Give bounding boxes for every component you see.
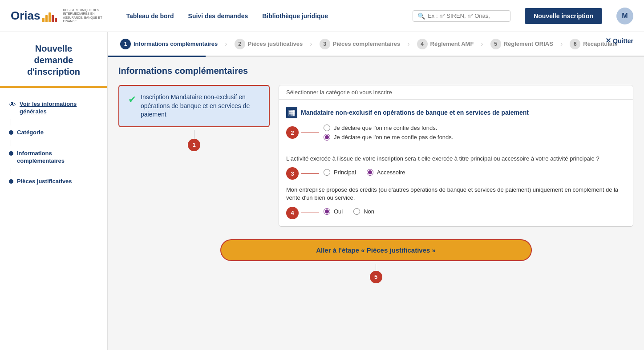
q2-text: L'activité exercée à l'issue de votre in…	[286, 155, 626, 163]
q3-radio-non[interactable]	[353, 208, 360, 215]
q3-label-non: Non	[364, 208, 374, 215]
new-inscription-button[interactable]: Nouvelle inscription	[525, 8, 602, 24]
q2-option-2[interactable]: Accessoire	[367, 169, 405, 176]
category-title-text: Mandataire non-exclusif en opérations de…	[301, 109, 529, 116]
q3-label-oui: Oui	[334, 208, 343, 215]
category-content: ▦ Mandataire non-exclusif en opérations …	[279, 100, 633, 226]
nav-suivi-des-demandes[interactable]: Suivi des demandes	[188, 12, 248, 20]
q1-radio-group: Je déclare que l'on me confie des fonds.…	[324, 125, 453, 143]
inscription-box-text: Inscription Mandataire non-exclusif en o…	[141, 93, 260, 119]
sidebar-dot-info	[9, 151, 13, 156]
annotation-3-wrap: 3	[286, 167, 319, 180]
search-bar[interactable]: 🔍	[413, 10, 510, 22]
sidebar-connector-1	[11, 119, 11, 125]
sidebar-title: Nouvelledemanded'inscription	[0, 43, 107, 86]
nav-bibliotheque-juridique[interactable]: Bibliothèque juridique	[262, 12, 328, 20]
step-4[interactable]: 4 Règlement AMF	[412, 39, 479, 49]
inscription-box: ✔ Inscription Mandataire non-exclusif en…	[118, 85, 270, 127]
step-3-label: Pièces complementaires	[333, 40, 401, 47]
sidebar-item-categorie[interactable]: Catégorie	[0, 125, 107, 140]
step-6-num: 6	[570, 39, 580, 49]
q2-radio-1[interactable]	[324, 169, 330, 176]
step-3-num: 3	[320, 39, 330, 49]
q2-label-1: Principal	[334, 169, 356, 176]
step-1[interactable]: 1 Informations complémentaires	[115, 39, 223, 49]
q3-text: Mon entreprise propose des crédits (ou d…	[286, 186, 626, 202]
sidebar: Nouvelledemanded'inscription 👁 Voir les …	[0, 32, 108, 350]
content-inner: Informations complémentaires ✔ Inscripti…	[108, 57, 644, 350]
category-title-row: ▦ Mandataire non-exclusif en opérations …	[286, 107, 626, 118]
logo: Orias REGISTRE UNIQUE DES INTERMÉDIAIRES…	[11, 8, 112, 24]
sidebar-dot-categorie	[9, 130, 13, 135]
search-input[interactable]	[428, 12, 506, 19]
check-icon: ✔	[128, 94, 136, 105]
step-sep-2: ›	[308, 40, 314, 48]
quit-label: Quitter	[613, 37, 633, 44]
category-panel-header: Sélectionner la catégorie où vous inscri…	[279, 85, 633, 100]
step-3[interactable]: 3 Pièces complementaires	[314, 39, 406, 49]
sidebar-item-informations-complementaires[interactable]: Informations complémentaires	[0, 146, 107, 169]
step-2-label: Pièces justificatives	[248, 40, 303, 47]
next-step-button[interactable]: Aller à l'étape « Pièces justificatives …	[220, 239, 532, 261]
q3-radio-oui[interactable]	[324, 208, 330, 215]
logo-subtitle: REGISTRE UNIQUE DES INTERMÉDIAIRES EN AS…	[63, 8, 112, 24]
form-columns: ✔ Inscription Mandataire non-exclusif en…	[118, 85, 633, 227]
annot-line-1	[194, 130, 194, 139]
step-1-num: 1	[120, 39, 131, 49]
sidebar-connector-2	[11, 140, 11, 146]
q2-radio-group: Principal Accessoire	[324, 169, 405, 178]
sidebar-pieces-label: Pièces justificatives	[17, 178, 72, 185]
nav-tableau-de-bord[interactable]: Tableau de bord	[126, 12, 174, 20]
step-1-label: Informations complémentaires	[134, 40, 218, 47]
q3-option-oui[interactable]: Oui	[324, 208, 343, 215]
content-area: 1 Informations complémentaires › 2 Pièce…	[108, 32, 644, 350]
q2-option-1[interactable]: Principal	[324, 169, 356, 176]
annotation-line-2	[301, 133, 319, 133]
steps-bar: 1 Informations complémentaires › 2 Pièce…	[108, 32, 644, 57]
logo-text: Orias	[11, 9, 41, 23]
step-sep-5: ›	[559, 40, 564, 48]
step-5-label: Règlement ORIAS	[504, 40, 553, 47]
search-icon: 🔍	[417, 12, 425, 20]
q1-section: 2 Je déclare que l'on me confie des fond…	[286, 125, 626, 149]
q1-option-1[interactable]: Je déclare que l'on me confie des fonds.	[324, 125, 453, 131]
sidebar-item-pieces-justificatives[interactable]: Pièces justificatives	[0, 174, 107, 189]
main-layout: Nouvelledemanded'inscription 👁 Voir les …	[0, 32, 644, 350]
annotation-line-4	[301, 213, 319, 213]
main-nav: Tableau de bord Suivi des demandes Bibli…	[126, 12, 399, 20]
sidebar-connector-3	[11, 168, 11, 174]
step-4-num: 4	[417, 39, 428, 49]
q1-radio-1[interactable]	[324, 125, 330, 131]
annotation-2-wrap: 2	[286, 126, 319, 139]
q2-radio-wrap: 3 Principal	[286, 167, 626, 180]
next-btn-container: Aller à l'étape « Pièces justificatives …	[118, 239, 633, 283]
annotation-5: 5	[370, 271, 382, 283]
annotation-4: 4	[286, 207, 299, 219]
annotation-4-wrap: 4	[286, 207, 319, 219]
annotation-1: 1	[188, 139, 200, 151]
sidebar-voir-label: Voir les informations générales	[20, 101, 98, 116]
sidebar-categorie-label: Catégorie	[17, 129, 44, 137]
logo-bars-icon	[42, 10, 57, 22]
step-sep-1: ›	[223, 40, 229, 48]
annotation-3: 3	[286, 167, 299, 180]
section-title: Informations complémentaires	[118, 66, 633, 76]
q1-radio-2[interactable]	[324, 134, 330, 141]
step-4-label: Règlement AMF	[430, 40, 474, 47]
step-5[interactable]: 5 Règlement ORIAS	[485, 39, 559, 49]
q2-radio-2[interactable]	[367, 169, 373, 176]
sidebar-dot-pieces	[9, 179, 13, 184]
annotation-2: 2	[286, 126, 299, 139]
step-2[interactable]: 2 Pièces justificatives	[229, 39, 308, 49]
sidebar-item-voir-informations[interactable]: 👁 Voir les informations générales	[0, 97, 107, 119]
category-block-icon: ▦	[286, 107, 297, 118]
step-sep-4: ›	[479, 40, 485, 48]
eye-icon: 👁	[9, 101, 16, 109]
user-avatar[interactable]: M	[616, 8, 633, 24]
quit-button[interactable]: ✕ Quitter	[605, 36, 633, 45]
q3-option-non[interactable]: Non	[353, 208, 374, 215]
q2-section: L'activité exercée à l'issue de votre in…	[286, 155, 626, 180]
sidebar-info-label: Informations complémentaires	[17, 150, 98, 165]
q1-option-2[interactable]: Je déclare que l'on ne me confie pas de …	[324, 134, 453, 141]
sidebar-divider	[0, 86, 107, 88]
